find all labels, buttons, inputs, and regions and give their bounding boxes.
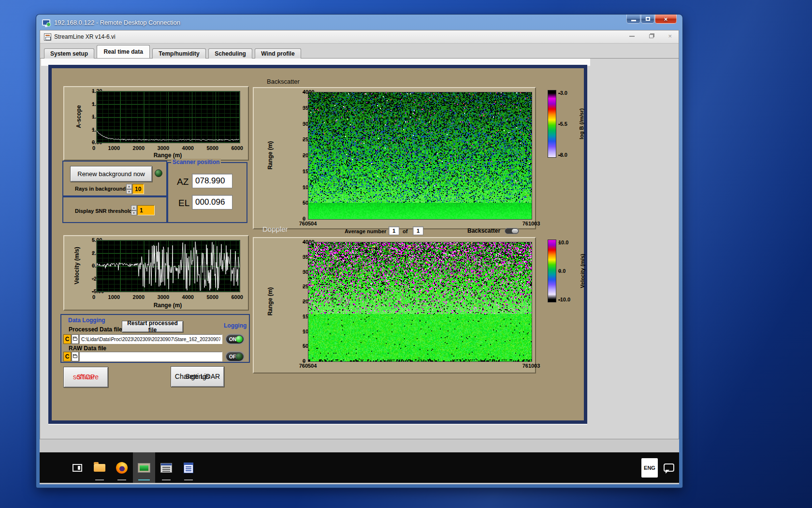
snr-value-field[interactable]: 1	[137, 205, 155, 215]
tab-bar: System setup Real time data Temp/humidit…	[40, 44, 679, 59]
active-app-indicator	[138, 479, 150, 480]
folder-icon	[94, 464, 105, 472]
raw-browse-button[interactable]	[72, 352, 79, 361]
backscatter-y-ticks: 4000 3500 3000 2500 2000 1500 1000 500 0	[285, 89, 305, 222]
doppler-colorbar-label: Velocity (m/s)	[580, 254, 585, 288]
average-number-label: Average number	[345, 228, 386, 234]
stop-software-button[interactable]: STOP software	[63, 367, 108, 388]
change-lidar-settings-button[interactable]: Change LiDAR Settings	[171, 366, 224, 387]
backscatter-colorbar	[548, 90, 556, 158]
app-close-button[interactable]: ×	[668, 33, 672, 39]
processed-path-input[interactable]	[79, 334, 222, 344]
backscatter-heatmap-area	[308, 92, 532, 220]
doppler-y-ticks: 4000 3500 3000 2500 2000 1500 1000 500 0	[285, 239, 305, 364]
rdp-window-title: 192.168.0.122 - Remote Desktop Connectio…	[54, 19, 180, 26]
average-number-field[interactable]: 1	[389, 226, 399, 235]
app-titlebar[interactable]: StreamLine XR v14-6.vi ×	[40, 30, 679, 44]
rays-spinner[interactable]: ▲▼	[126, 184, 132, 194]
ascope-plot-area	[96, 91, 240, 143]
scan-scheduler-button[interactable]	[155, 452, 177, 483]
doppler-plot-frame: Range (m) 4000 3500 3000 2500 2000 1500 …	[253, 237, 536, 374]
velocity-x-ticks: 0100020003000400050006000	[92, 294, 243, 300]
backscatter-heatmap-canvas	[308, 92, 532, 219]
backscatter-display-switch[interactable]	[505, 228, 519, 234]
app-minimize-button[interactable]	[629, 36, 635, 37]
task-view-button[interactable]	[66, 452, 88, 483]
backscatter-y-axis-label: Range (m)	[267, 141, 274, 170]
snr-threshold-label: Display SNR threshold	[75, 208, 132, 214]
data-logging-title: Data Logging	[68, 317, 105, 324]
folder-icon	[73, 338, 77, 341]
tab-real-time-data[interactable]: Real time data	[97, 45, 149, 58]
task-view-icon	[72, 464, 82, 472]
backscatter-x-tick-right: 761003	[522, 221, 540, 226]
ascope-x-axis-label: Range (m)	[154, 152, 182, 159]
tab-scheduling[interactable]: Scheduling	[208, 48, 252, 59]
rdp-computer-icon	[42, 19, 50, 26]
firefox-button[interactable]	[111, 452, 133, 483]
vi-document-button[interactable]	[177, 452, 200, 483]
velocity-chart-canvas	[97, 240, 240, 292]
raw-data-file-label: RAW Data file	[69, 345, 106, 352]
change-lidar-label-line2: Settings	[185, 372, 210, 382]
average-total-field[interactable]: 1	[413, 226, 423, 235]
folder-icon	[73, 355, 77, 358]
language-indicator[interactable]: ENG	[641, 458, 658, 478]
app-window-title: StreamLine XR v14-6.vi	[54, 33, 116, 40]
vi-document-icon	[184, 463, 193, 473]
az-label: AZ	[177, 177, 188, 187]
maximize-icon	[646, 17, 650, 21]
rdp-close-button[interactable]: ×	[655, 15, 677, 24]
tab-system-setup[interactable]: System setup	[44, 48, 94, 59]
notification-chat-icon[interactable]	[664, 463, 674, 472]
snr-threshold-group: Display SNR threshold ▲▼ 1	[62, 196, 167, 223]
off-lamp-icon	[236, 353, 243, 360]
tab-temp-humidity[interactable]: Temp/humidity	[152, 48, 205, 59]
restart-processed-file-button[interactable]: Restart processed file	[122, 321, 183, 332]
real-time-data-panel: A-scope 1.20 1.15 1.10 1.05 0.99 010	[48, 65, 587, 424]
rdp-titlebar[interactable]: 192.168.0.122 - Remote Desktop Connectio…	[36, 15, 682, 30]
of-label: of	[403, 228, 407, 234]
velocity-plot-area	[96, 240, 240, 292]
data-logging-group: Data Logging Processed Data file Restart…	[60, 314, 250, 363]
processed-browse-button[interactable]	[72, 334, 79, 344]
backscatter-toggle-label: Backscatter	[467, 227, 500, 234]
processed-drive-box[interactable]: C	[63, 334, 71, 344]
rdp-maximize-button[interactable]	[641, 15, 654, 24]
raw-logging-toggle[interactable]: OFF	[225, 351, 245, 362]
open-app-indicator	[162, 479, 171, 480]
ascope-plot-frame: A-scope 1.20 1.15 1.10 1.05 0.99 010	[63, 86, 249, 161]
scan-scheduler-icon	[160, 463, 172, 473]
open-app-indicator	[95, 479, 104, 480]
raw-path-input[interactable]	[79, 352, 222, 361]
backscatter-colorbar-ticks: -3.0 -5.5 -8.0	[558, 90, 578, 158]
processed-logging-toggle[interactable]: ON	[225, 334, 245, 344]
scanner-position-title: Scanner position	[171, 159, 221, 165]
snr-spinner[interactable]: ▲▼	[131, 205, 137, 215]
doppler-x-tick-right: 761003	[522, 363, 540, 369]
ascope-y-ticks: 1.20 1.15 1.10 1.05 0.99	[73, 88, 94, 145]
vi-icon	[44, 33, 51, 41]
renew-background-button[interactable]: Renew background now	[70, 166, 152, 182]
processed-data-file-label: Processed Data file	[69, 326, 122, 333]
streamline-app-button[interactable]	[133, 452, 155, 483]
open-app-indicator	[184, 479, 193, 480]
raw-drive-box[interactable]: C	[63, 352, 71, 361]
streamline-app-icon	[138, 463, 150, 473]
rays-value-field[interactable]: 10	[132, 184, 144, 194]
background-controls-group: Renew background now Rays in background …	[62, 161, 167, 196]
el-value: 000.096	[192, 195, 232, 209]
rdp-minimize-button[interactable]	[626, 15, 640, 24]
file-explorer-button[interactable]	[88, 452, 111, 483]
velocity-y-ticks: 5.00 2.50 0.00 -2.50 -5.00	[70, 237, 94, 294]
scanner-position-group: Scanner position AZ 078.990 EL 000.096	[167, 162, 247, 223]
doppler-heatmap-area	[308, 242, 532, 362]
backscatter-x-tick-left: 760504	[299, 221, 317, 226]
app-restore-button[interactable]	[649, 34, 653, 38]
desktop: 192.168.0.122 - Remote Desktop Connectio…	[0, 0, 812, 508]
doppler-colorbar	[548, 239, 556, 302]
stop-label-line2: software	[73, 373, 99, 382]
renew-background-led	[155, 169, 162, 177]
tab-wind-profile[interactable]: Wind profile	[255, 48, 301, 59]
minimize-icon	[631, 20, 636, 21]
